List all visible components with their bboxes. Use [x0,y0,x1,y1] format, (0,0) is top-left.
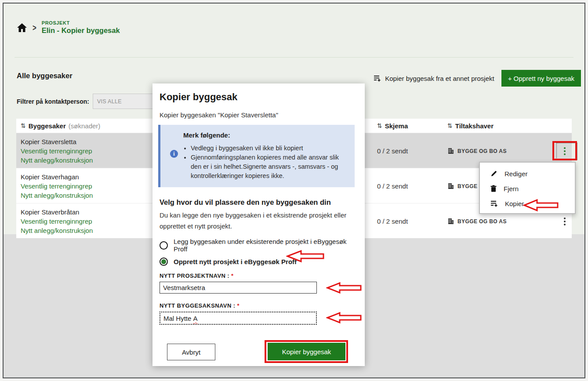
project-name-field-group: NYTT PROSJEKTNAVN : * Vestmarksetra [160,272,317,294]
building-icon [447,183,454,189]
breadcrumb: > PROSJEKT Elin - Kopier byggesak [17,20,120,35]
menu-item-label: Fjern [504,185,519,192]
building-icon [447,148,454,154]
skjema-status: 0 / 2 sendt [373,182,443,190]
annotation-arrow-case-name [326,312,362,324]
kebab-focus-outline [556,143,577,160]
case-name-field-group: NYTT BYGGESAKSNAVN : * Mal Hytte A [160,302,317,325]
modal-button-row: Avbryt Kopier byggesak [167,344,350,360]
chevron-right-icon: > [33,22,36,32]
tiltakshaver-name: BYGGE OG BO AS [457,148,507,154]
create-new-case-button[interactable]: + Opprett ny byggesak [501,70,581,87]
breadcrumb-project-link[interactable]: Elin - Kopier byggesak [42,26,120,35]
contact-filter-label: Filtrer på kontaktperson: [17,98,89,105]
radio-new-project[interactable]: Opprett nytt prosjekt i eByggesøk Proff [160,258,357,266]
info-box: i Merk følgende: Vedlegg i byggesaken vi… [158,125,355,187]
copy-icon [490,200,498,207]
skjema-status: 0 / 2 sendt [373,147,443,155]
row-context-menu: Rediger Fjern Kopier [479,162,576,214]
copy-from-project-label: Kopier byggesak fra et annet prosjekt [385,75,494,82]
case-name-value-misspelled: A [193,315,198,322]
radio-unselected-icon[interactable] [160,241,168,250]
header-byggesaker-label: Byggesaker [29,122,66,130]
project-name-label: NYTT PROSJEKTNAVN : * [160,272,317,279]
placement-heading: Velg hvor du vil plassere den nye bygges… [160,198,357,207]
header-tiltakshaver-label: Tiltakshaver [455,122,494,130]
required-asterisk: * [237,302,239,309]
info-icon: i [170,150,178,158]
menu-item-label: Kopier [505,200,524,207]
copy-case-modal: Kopier byggesak Kopier byggesaken "Kopie… [152,83,365,366]
pencil-icon [490,170,497,177]
cancel-button[interactable]: Avbryt [167,344,215,360]
sort-header-skjema[interactable]: ⇅ Skjema [373,122,443,130]
info-bullet: Vedlegg i byggesaken vil ikke bli kopier… [191,144,348,153]
contact-filter: Filtrer på kontaktperson: VIS ALLE [17,94,167,109]
page-title: Alle byggesaker [17,72,73,80]
radio-label: Legg byggesaken under eksisterende prosj… [174,238,357,253]
case-name-value: Mal Hytte [163,315,191,322]
menu-item-fjern[interactable]: Fjern [480,181,575,196]
home-icon[interactable] [17,22,27,33]
modal-subtitle: Kopier byggesaken "Kopier Staversletta" [160,111,357,119]
radio-label: Opprett nytt prosjekt i eByggesøk Proff [174,258,297,265]
case-name-label: NYTT BYGGESAKSNAVN : * [160,302,317,309]
copy-case-submit-button[interactable]: Kopier byggesak [268,343,345,360]
case-name-input[interactable]: Mal Hytte A [160,312,317,325]
annotation-arrow-project-name [326,282,362,294]
menu-item-rediger[interactable]: Rediger [480,166,575,181]
required-asterisk: * [231,272,233,279]
sort-icon: ⇅ [377,122,382,129]
radio-selected-icon[interactable] [160,258,168,266]
info-bullet: Gjennomføringsplanen kopieres med alle a… [191,153,348,181]
menu-item-label: Rediger [505,170,528,178]
placement-description: Du kan legge den nye byggesaken i et eks… [160,210,359,232]
project-name-input[interactable]: Vestmarksetra [160,282,317,294]
building-icon [447,218,454,225]
header-byggesaker-suffix: (søknader) [69,122,101,130]
sort-icon: ⇅ [21,122,26,129]
info-heading: Merk følgende: [183,131,348,139]
toolbar-actions: Kopier byggesak fra et annet prosjekt + … [374,70,581,87]
breadcrumb-section: PROSJEKT [42,20,120,25]
skjema-status: 0 / 2 sendt [373,218,443,225]
modal-title: Kopier byggesak [160,91,357,103]
row-menu-kebab-icon[interactable] [559,215,570,228]
sort-header-tiltakshaver[interactable]: ⇅ Tiltakshaver [443,122,557,130]
header-divider [15,57,573,58]
copy-add-icon [374,75,381,82]
info-bullet-list: Vedlegg i byggesaken vil ikke bli kopier… [183,144,348,181]
trash-icon [490,185,497,192]
app-window: > PROSJEKT Elin - Kopier byggesak Alle b… [3,3,585,378]
project-name-value: Vestmarksetra [163,284,205,291]
sort-icon: ⇅ [447,122,453,129]
menu-item-kopier[interactable]: Kopier [480,196,575,211]
copy-from-project-link[interactable]: Kopier byggesak fra et annet prosjekt [374,75,494,82]
header-skjema-label: Skjema [385,122,408,130]
tiltakshaver-name: BYGGE OG BO AS [457,218,507,225]
radio-existing-project[interactable]: Legg byggesaken under eksisterende prosj… [160,238,357,253]
